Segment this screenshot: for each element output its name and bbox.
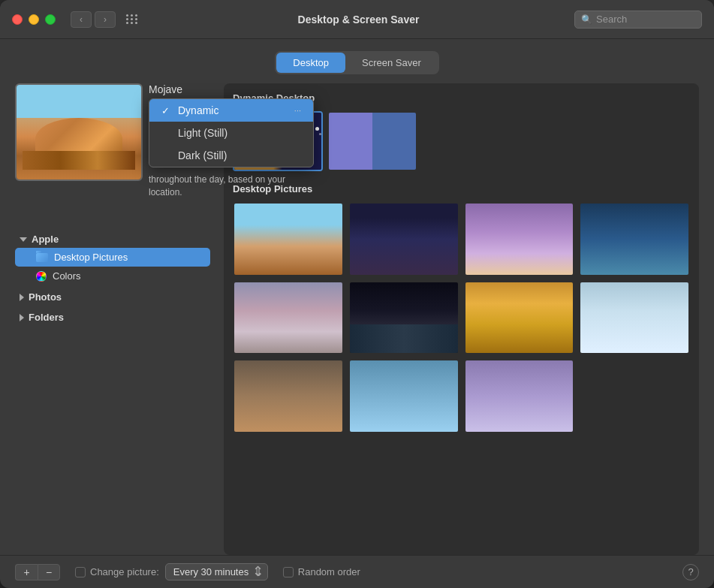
sidebar-folders-header[interactable]: Folders [15,309,210,326]
bottom-controls: + − Change picture: Every 30 minutes Eve… [0,555,714,588]
traffic-lights [12,14,56,25]
close-button[interactable] [12,14,23,25]
main-window: ‹ › Desktop & Screen Saver 🔍 Search Desk… [0,0,714,588]
sidebar-add-remove: + − [15,564,60,580]
wallpaper-thumb-11[interactable] [464,359,575,433]
back-button[interactable]: ‹ [71,11,92,28]
main-content: Mojave ✓ Dynamic ··· Light (Still) [0,83,714,555]
sidebar-section-photos: Photos [15,288,210,306]
wallpaper-thumb-9[interactable] [233,359,344,433]
desktop-pictures-grid [233,202,690,433]
random-order-checkbox-label[interactable]: Random order [283,566,360,577]
dropdown-item-light[interactable]: Light (Still) [149,122,313,144]
grid-button[interactable] [122,11,143,28]
window-title: Desktop & Screen Saver [143,14,574,26]
titlebar: ‹ › Desktop & Screen Saver 🔍 Search [0,0,714,39]
add-button[interactable]: + [15,564,38,580]
sidebar: Apple Desktop Pictures Colors [15,231,210,555]
interval-select[interactable]: Every 30 minutes Every 5 seconds Every 1… [165,563,268,580]
interval-select-wrapper: Every 30 minutes Every 5 seconds Every 1… [165,563,268,580]
wallpaper-thumb-8[interactable] [579,281,690,355]
sidebar-photos-header[interactable]: Photos [15,288,210,306]
tabs-section: Desktop Screen Saver [0,39,714,83]
left-panel: Mojave ✓ Dynamic ··· Light (Still) [15,83,210,555]
wallpaper-thumb-2[interactable] [348,202,459,276]
search-icon: 🔍 [581,14,592,25]
search-box[interactable]: 🔍 Search [574,11,702,29]
change-picture-checkbox-label[interactable]: Change picture: [75,566,159,577]
wallpaper-thumb-10[interactable] [348,359,459,433]
wallpaper-thumb-4[interactable] [579,202,690,276]
random-order-checkbox[interactable] [283,567,294,577]
maximize-button[interactable] [45,14,56,25]
remove-button[interactable]: − [38,564,60,580]
check-icon: ✓ [161,105,172,116]
wallpaper-thumb-dynamic-2[interactable] [327,111,417,171]
wallpaper-style-label: Mojave [149,83,314,95]
sidebar-item-desktop-pictures[interactable]: Desktop Pictures [15,248,210,267]
minimize-button[interactable] [29,14,39,25]
search-placeholder: Search [596,14,627,25]
sidebar-section-folders: Folders [15,309,210,326]
grid-icon [126,14,138,24]
wallpaper-thumb-7[interactable] [464,281,575,355]
expand-photos-icon [20,294,24,301]
nav-buttons: ‹ › [71,11,116,28]
tab-desktop[interactable]: Desktop [276,53,345,73]
wallpaper-thumb-6[interactable] [348,281,459,355]
color-wheel-icon [36,271,47,282]
dropdown-item-dynamic[interactable]: ✓ Dynamic ··· [149,99,313,122]
change-picture-area: Change picture: Every 30 minutes Every 5… [75,563,268,580]
dropdown-ellipsis: ··· [294,106,301,115]
wallpaper-thumb-5[interactable] [233,281,344,355]
tab-group: Desktop Screen Saver [275,51,438,74]
wallpaper-thumb-3[interactable] [464,202,575,276]
help-button[interactable]: ? [682,564,699,580]
folder-icon [36,253,48,262]
sidebar-apple-header[interactable]: Apple [15,231,210,248]
description-text: throughout the day, based on your locati… [149,173,314,199]
dropdown-item-dark[interactable]: Dark (Still) [149,144,313,167]
preview-image [15,83,143,181]
change-picture-checkbox[interactable] [75,567,86,577]
sidebar-section-apple: Apple Desktop Pictures Colors [15,231,210,285]
forward-button[interactable]: › [95,11,116,28]
wallpaper-thumb-1[interactable] [233,202,344,276]
expand-folders-icon [20,314,24,321]
dropdown-menu: ✓ Dynamic ··· Light (Still) Dark (Still) [149,98,314,167]
expand-icon [20,237,27,242]
sidebar-item-colors[interactable]: Colors [15,267,210,285]
tab-screen-saver[interactable]: Screen Saver [345,53,438,73]
